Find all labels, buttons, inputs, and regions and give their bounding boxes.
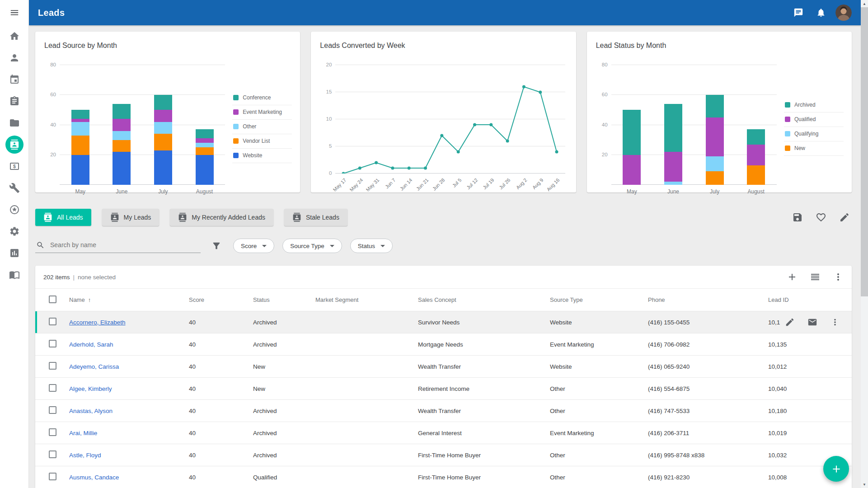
plot-area: 20406080: [611, 65, 777, 185]
menu-button[interactable]: [0, 0, 29, 25]
y-tick-label: 40: [595, 122, 608, 127]
bar-segment: [706, 117, 724, 156]
table-row[interactable]: Anastas, Alyson40ArchivedWealth Transfer…: [35, 399, 852, 422]
view-tab-stale-leads[interactable]: Stale Leads: [284, 209, 347, 226]
more-icon: [830, 317, 840, 327]
column-header-lead-id[interactable]: Lead ID: [768, 296, 852, 303]
sidebar-item-tools[interactable]: [0, 177, 29, 199]
checkbox-cell: [35, 340, 69, 349]
more-button[interactable]: [833, 272, 844, 282]
sidebar-item-contacts[interactable]: [0, 134, 29, 155]
sidebar-item-settings[interactable]: [0, 221, 29, 242]
add-icon: [830, 463, 842, 475]
lead-name-link[interactable]: Astle, Floyd: [69, 452, 101, 459]
table-row[interactable]: Astle, Floyd40ArchivedFirst-Time Home Bu…: [35, 444, 852, 466]
fab-add-button[interactable]: [823, 456, 849, 482]
column-header-score[interactable]: Score: [189, 296, 253, 303]
scrollbar-thumb[interactable]: [861, 7, 868, 296]
row-checkbox[interactable]: [49, 428, 56, 436]
edit-button[interactable]: [839, 212, 850, 223]
sidebar-item-home[interactable]: [0, 25, 29, 47]
y-tick-label: 20: [595, 152, 608, 157]
y-tick-label: 60: [595, 92, 608, 97]
table-row[interactable]: Arai, Millie40ArchivedGeneral InterestEv…: [35, 422, 852, 444]
lead-name-link[interactable]: Aderhold, Sarah: [69, 341, 113, 348]
table-actions: [787, 272, 844, 282]
table-row[interactable]: Adeyemo, Carissa40NewWealth TransferWebs…: [35, 355, 852, 377]
legend-label: Archived: [794, 102, 816, 108]
row-checkbox[interactable]: [49, 362, 56, 370]
column-header-phone[interactable]: Phone: [648, 296, 768, 303]
scroll-up-arrow[interactable]: ▲: [861, 0, 868, 7]
bar-segment: [71, 136, 89, 155]
table-row[interactable]: Accornero, Elizabeth40ArchivedSurvivor N…: [35, 311, 852, 333]
lead-name-link[interactable]: Accornero, Elizabeth: [69, 319, 126, 326]
bar-segment: [747, 165, 765, 185]
search-input[interactable]: [49, 241, 200, 249]
app-bar-actions: [790, 5, 852, 21]
chat-button[interactable]: [790, 5, 807, 21]
checkbox-cell: [35, 450, 69, 460]
view-tab-all-leads[interactable]: All Leads: [35, 209, 91, 226]
lead-name-link[interactable]: Ausmus, Candace: [69, 474, 119, 481]
view-tabs: All LeadsMy LeadsMy Recently Added Leads…: [35, 209, 347, 226]
y-tick-label: 80: [43, 62, 56, 67]
sidebar-item-calendar[interactable]: [0, 69, 29, 90]
column-header-status[interactable]: Status: [253, 296, 315, 303]
sidebar-item-stars[interactable]: [0, 199, 29, 221]
row-checkbox[interactable]: [49, 384, 56, 392]
sidebar-item-tasks[interactable]: [0, 90, 29, 112]
checkbox-cell: [35, 318, 69, 327]
lead-name-link[interactable]: Arai, Millie: [69, 430, 97, 436]
bar-segment: [71, 119, 89, 122]
row-checkbox[interactable]: [49, 473, 56, 480]
sidebar-item-folder[interactable]: [0, 112, 29, 134]
sidebar-item-docs[interactable]: [0, 264, 29, 286]
select-all-checkbox[interactable]: [49, 296, 56, 303]
filter-dropdown-status[interactable]: Status: [350, 239, 393, 253]
cell-name: Arai, Millie: [69, 430, 189, 436]
notifications-button[interactable]: [813, 5, 829, 21]
row-action-edit[interactable]: [785, 317, 795, 327]
items-summary: 202 items|none selected: [43, 274, 116, 281]
sidebar-item-analytics[interactable]: [0, 242, 29, 264]
save-button[interactable]: [792, 212, 803, 223]
row-checkbox[interactable]: [49, 450, 56, 458]
row-action-more[interactable]: [830, 317, 840, 327]
row-action-email[interactable]: [807, 317, 817, 327]
row-checkbox[interactable]: [49, 340, 56, 347]
table-row[interactable]: Ausmus, Candace40QualifiedFirst-Time Hom…: [35, 466, 852, 488]
filter-button[interactable]: [211, 241, 221, 251]
column-header-market-segment[interactable]: Market Segment: [315, 296, 418, 303]
y-tick-label: 20: [319, 62, 332, 67]
nav-rail-items: $: [0, 25, 29, 286]
row-checkbox[interactable]: [49, 406, 56, 414]
table-row[interactable]: Aderhold, Sarah40ArchivedMortgage NeedsE…: [35, 333, 852, 355]
sidebar-item-person[interactable]: [0, 47, 29, 69]
cell-phone: (416) 554-6875: [648, 385, 768, 392]
cell-name: Aderhold, Sarah: [69, 341, 189, 348]
view-tab-my-leads[interactable]: My Leads: [102, 209, 160, 226]
list-button[interactable]: [810, 272, 821, 282]
lead-name-link[interactable]: Anastas, Alyson: [69, 408, 113, 414]
bar-may: [623, 65, 641, 185]
view-tab-my-recently-added-leads[interactable]: My Recently Added Leads: [170, 209, 273, 226]
avatar[interactable]: [835, 5, 852, 21]
favorite-button[interactable]: [816, 212, 826, 223]
scroll-down-arrow[interactable]: ▼: [861, 481, 868, 488]
table-row[interactable]: Algee, Kimberly40NewRetirement IncomeOth…: [35, 377, 852, 399]
filter-dropdown-source-type[interactable]: Source Type: [282, 239, 342, 253]
search-field[interactable]: [35, 239, 201, 253]
filter-row: ScoreSource TypeStatus: [35, 239, 852, 253]
column-header-name[interactable]: Name↑: [69, 296, 189, 303]
vertical-scrollbar[interactable]: ▲ ▼: [861, 0, 868, 488]
sidebar-item-invoices[interactable]: $: [0, 155, 29, 177]
legend-label: Vendor List: [243, 138, 270, 144]
filter-dropdown-score[interactable]: Score: [233, 239, 274, 253]
lead-name-link[interactable]: Algee, Kimberly: [69, 385, 112, 392]
lead-name-link[interactable]: Adeyemo, Carissa: [69, 363, 119, 370]
column-header-sales-concept[interactable]: Sales Concept: [418, 296, 550, 303]
row-checkbox[interactable]: [49, 318, 56, 325]
column-header-source-type[interactable]: Source Type: [550, 296, 648, 303]
add-button[interactable]: [787, 272, 798, 282]
